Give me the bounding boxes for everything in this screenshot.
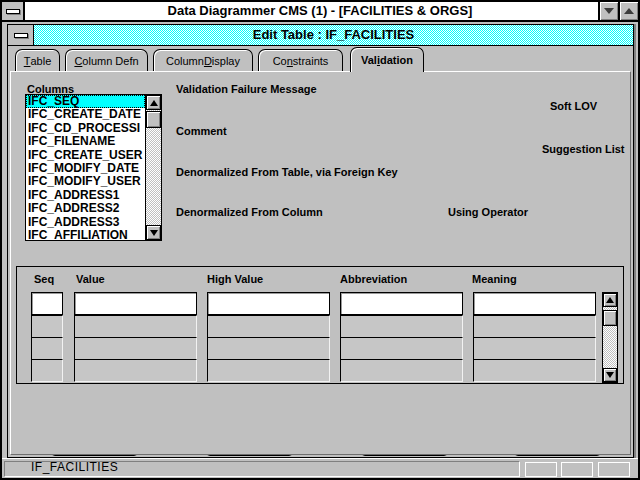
grid-scroll-thumb[interactable] <box>603 310 617 326</box>
tab-constraints[interactable]: Constraints <box>258 49 343 71</box>
tab-table[interactable]: Table <box>15 49 60 71</box>
main-window: Data Diagrammer CMS (1) - [FACILITIES & … <box>0 0 640 480</box>
grid-cell-high-value[interactable] <box>207 292 330 315</box>
grid-scrollbar[interactable] <box>602 292 618 383</box>
grid-cell-seq[interactable] <box>31 292 63 315</box>
window-title: Data Diagrammer CMS (1) - [FACILITIES & … <box>2 2 638 20</box>
minimize-button[interactable] <box>598 2 618 20</box>
tab-validation[interactable]: Validation <box>350 47 424 72</box>
system-menu-button[interactable] <box>2 2 25 20</box>
list-item[interactable]: IFC_ADDRESS1 <box>26 189 145 202</box>
grid-cell-abbreviation <box>340 337 463 360</box>
minimize-icon <box>604 8 614 14</box>
scroll-up-button[interactable] <box>146 95 161 110</box>
grid-scroll-up-button[interactable] <box>603 293 617 307</box>
grid-header-meaning: Meaning <box>472 273 517 285</box>
grid-cell-meaning <box>473 359 596 382</box>
columns-scrollbar[interactable] <box>145 95 161 240</box>
grid-cell-abbreviation <box>340 359 463 382</box>
dialog-system-menu-icon <box>14 33 28 38</box>
soft-lov-label: Soft LOV <box>550 100 597 112</box>
tab-column-display[interactable]: Column Display <box>153 49 253 71</box>
grid-header-seq: Seq <box>34 273 54 285</box>
grid-cell-seq <box>31 359 63 382</box>
list-item[interactable]: IFC_CD_PROCESSI <box>26 122 145 135</box>
scroll-down-button[interactable] <box>146 225 161 240</box>
grid-cell-high-value <box>207 337 330 360</box>
grid-header-abbreviation: Abbreviation <box>340 273 407 285</box>
grid-cell-value <box>74 359 197 382</box>
list-item[interactable]: IFC_CREATE_DATE <box>26 108 145 121</box>
list-item[interactable]: IFC_AFFILIATION <box>26 229 145 240</box>
status-text: IF_FACILITIES <box>5 461 519 474</box>
grid-cell-seq <box>31 337 63 360</box>
grid-cell-meaning <box>473 337 596 360</box>
status-cell-3 <box>598 462 630 477</box>
list-item[interactable]: IFC_MODIFY_USER <box>26 175 145 188</box>
grid-cell-high-value <box>207 315 330 338</box>
grid-cell-meaning <box>473 315 596 338</box>
status-bar: IF_FACILITIES <box>2 458 638 478</box>
grid-cell-value[interactable] <box>74 292 197 315</box>
list-item-selected[interactable]: IFC_SEQ <box>26 95 145 108</box>
list-item[interactable]: IFC_FILENAME <box>26 135 145 148</box>
grid-cell-abbreviation <box>340 315 463 338</box>
dialog-titlebar: Edit Table : IF_FACILITIES <box>8 25 633 46</box>
edit-table-dialog: Edit Table : IF_FACILITIES Table Column … <box>7 24 634 458</box>
comment-label: Comment <box>176 125 227 137</box>
scroll-up-icon <box>606 297 614 303</box>
maximize-button[interactable] <box>618 2 638 20</box>
grid-cell-meaning[interactable] <box>473 292 596 315</box>
column-values-groupbox: Seq Value High Value Abbreviation Meanin… <box>16 266 624 384</box>
grid-cell-high-value <box>207 359 330 382</box>
grid-cell-abbreviation[interactable] <box>340 292 463 315</box>
dialog-system-menu-button[interactable] <box>8 25 34 45</box>
dialog-title: Edit Table : IF_FACILITIES <box>34 25 633 45</box>
window-titlebar: Data Diagrammer CMS (1) - [FACILITIES & … <box>2 2 638 22</box>
maximize-icon <box>624 8 634 14</box>
scroll-down-icon <box>606 372 614 378</box>
grid-scroll-down-button[interactable] <box>603 368 617 382</box>
window-buttons <box>598 2 638 20</box>
scroll-down-icon <box>150 230 158 236</box>
list-item[interactable]: IFC_CREATE_USER <box>26 149 145 162</box>
list-item[interactable]: IFC_ADDRESS3 <box>26 216 145 229</box>
status-message-panel: IF_FACILITIES <box>4 461 520 477</box>
columns-listbox[interactable]: IFC_SEQ IFC_CREATE_DATE IFC_CD_PROCESSI … <box>25 94 162 241</box>
denormalized-from-table-label: Denormalized From Table, via Foreign Key <box>176 166 398 178</box>
status-cell-1 <box>525 462 557 477</box>
grid-header-value: Value <box>76 273 105 285</box>
validation-failure-message-label: Validation Failure Message <box>176 83 317 95</box>
system-menu-icon <box>6 9 20 14</box>
denormalized-from-column-label: Denormalized From Column <box>176 206 323 218</box>
grid-cell-seq <box>31 315 63 338</box>
status-cell-2 <box>561 462 593 477</box>
using-operator-label: Using Operator <box>448 206 528 218</box>
tab-column-defn[interactable]: Column Defn <box>65 49 148 71</box>
grid-cell-value <box>74 315 197 338</box>
grid-header-high-value: High Value <box>207 273 263 285</box>
scroll-thumb[interactable] <box>146 111 161 128</box>
grid-cell-value <box>74 337 197 360</box>
scroll-up-icon <box>150 100 158 106</box>
list-item[interactable]: IFC_ADDRESS2 <box>26 202 145 215</box>
list-item[interactable]: IFC_MODIFY_DATE <box>26 162 145 175</box>
columns-list-items: IFC_SEQ IFC_CREATE_DATE IFC_CD_PROCESSI … <box>26 95 145 240</box>
suggestion-list-label: Suggestion List <box>542 143 625 155</box>
